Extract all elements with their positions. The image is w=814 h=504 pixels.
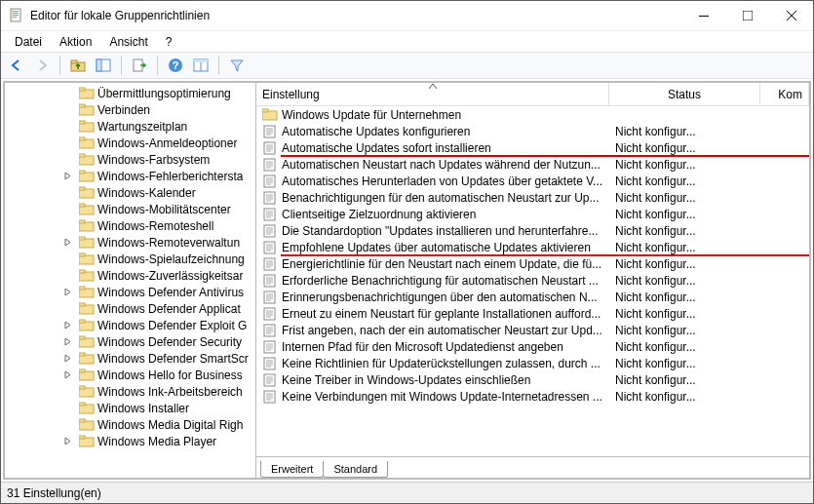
list-row[interactable]: Erinnerungsbenachrichtigungen über den a… [256, 289, 809, 305]
tree-item[interactable]: Windows-Remoteshell [5, 217, 255, 234]
svg-rect-5 [12, 10, 13, 20]
tree-item-label: Verbinden [97, 103, 150, 117]
expand-icon[interactable] [63, 172, 79, 180]
svg-rect-37 [79, 220, 85, 223]
tree-item[interactable]: Windows-Fehlerberichtersta [5, 168, 255, 184]
expand-icon[interactable] [63, 321, 79, 330]
col-comment[interactable]: Kom [760, 83, 809, 105]
list-row[interactable]: Automatische Updates konfigurierenNicht … [256, 123, 809, 139]
svg-rect-13 [97, 59, 101, 71]
up-button[interactable] [66, 54, 90, 77]
tree-item[interactable]: Windows Media Player [5, 433, 255, 449]
svg-rect-116 [264, 291, 275, 303]
view-tabs: Erweitert Standard [256, 456, 809, 478]
tree-item-label: Windows Installer [97, 402, 189, 415]
maximize-button[interactable] [725, 1, 769, 30]
folder-icon [79, 252, 95, 265]
tree-item[interactable]: Windows-Mobilitätscenter [5, 201, 255, 217]
expand-icon[interactable] [63, 337, 79, 346]
filter-button[interactable] [225, 54, 249, 77]
col-setting[interactable]: Einstellung [256, 83, 609, 105]
svg-rect-25 [79, 121, 85, 124]
list-row[interactable]: Erneut zu einem Neustart für geplante In… [256, 305, 809, 322]
list-row[interactable]: Empfohlene Updates über automatische Upd… [256, 239, 809, 255]
expand-icon[interactable] [63, 288, 79, 296]
expand-icon[interactable] [63, 437, 79, 446]
tree-item[interactable]: Windows Defender Applicat [5, 300, 255, 317]
help-button[interactable]: ? [164, 54, 187, 77]
menu-view[interactable]: Ansicht [101, 33, 155, 51]
tree-item[interactable]: Windows Defender SmartScr [5, 350, 255, 367]
tree-item[interactable]: Windows-Farbsystem [5, 151, 255, 168]
folder-icon [79, 418, 95, 431]
list-row[interactable]: Internen Pfad für den Microsoft Updatedi… [256, 338, 809, 355]
setting-name: Automatische Updates sofort installieren [282, 141, 491, 155]
expand-icon[interactable] [63, 354, 79, 363]
tree-item[interactable]: Windows-Kalender [5, 184, 255, 201]
tab-extended[interactable]: Erweitert [260, 461, 324, 478]
tree-item[interactable]: Windows-Remoteverwaltun [5, 234, 255, 251]
svg-rect-27 [79, 137, 85, 140]
minimize-button[interactable] [681, 1, 725, 30]
tree-item[interactable]: Windows Defender Antivirus [5, 284, 255, 300]
list-row[interactable]: Keine Richtlinien für Updaterückstellung… [256, 355, 809, 371]
list-row[interactable]: Clientseitige Zielzuordnung aktivierenNi… [256, 206, 809, 222]
svg-rect-57 [79, 386, 85, 389]
tree-item[interactable]: Windows-Zuverlässigkeitsar [5, 267, 255, 284]
tree-item[interactable]: Windows Media Digital Righ [5, 416, 255, 433]
col-status[interactable]: Status [609, 83, 760, 105]
tree-item-label: Windows-Remoteverwaltun [97, 236, 240, 250]
list-row[interactable]: Automatischen Neustart nach Updates währ… [256, 156, 809, 173]
menu-file[interactable]: Datei [7, 33, 50, 51]
expand-icon[interactable] [63, 370, 79, 379]
list-row[interactable]: Keine Treiber in Windows-Updates einschl… [256, 371, 809, 388]
menu-help[interactable]: ? [158, 33, 180, 51]
tree-item[interactable]: Windows Defender Exploit G [5, 317, 255, 333]
tree-item[interactable]: Windows Hello for Business [5, 367, 255, 383]
setting-status: Nicht konfigur... [609, 141, 760, 155]
tree-item[interactable]: Windows Ink-Arbeitsbereich [5, 383, 255, 400]
tree-item[interactable]: Übermittlungsoptimierung [5, 85, 255, 101]
setting-status: Nicht konfigur... [609, 291, 760, 304]
list-row[interactable]: Frist angeben, nach der ein automatische… [256, 322, 809, 338]
list-row[interactable]: Benachrichtigungen für den automatischen… [256, 189, 809, 206]
tab-standard[interactable]: Standard [323, 461, 388, 478]
folder-icon [79, 103, 95, 116]
setting-status: Nicht konfigur... [609, 357, 760, 370]
menu-action[interactable]: Aktion [52, 33, 99, 51]
tree-item[interactable]: Wartungszeitplan [5, 118, 255, 135]
svg-rect-29 [79, 154, 85, 157]
tree-item[interactable]: Windows-Spielaufzeichnung [5, 251, 255, 267]
tree-item[interactable]: Windows Defender Security [5, 333, 255, 350]
properties-button[interactable] [189, 54, 213, 77]
svg-rect-86 [264, 192, 275, 204]
show-hide-tree-button[interactable] [92, 54, 115, 77]
list-row[interactable]: Erforderliche Benachrichtigung für autom… [256, 272, 809, 289]
back-button[interactable] [5, 54, 28, 77]
export-button[interactable] [128, 54, 151, 77]
forward-button[interactable] [30, 54, 54, 77]
policy-icon [262, 241, 278, 254]
policy-icon [262, 174, 278, 188]
folder-icon [79, 302, 95, 315]
list-body[interactable]: Windows Update für UnternehmenAutomatisc… [256, 106, 809, 456]
tree-pane[interactable]: ÜbermittlungsoptimierungVerbindenWartung… [5, 83, 256, 478]
tree-item[interactable]: Windows-Anmeldeoptioner [5, 135, 255, 151]
svg-rect-136 [264, 358, 275, 369]
tree-item[interactable]: Windows Installer [5, 400, 255, 416]
folder-icon [79, 435, 95, 447]
svg-rect-11 [71, 60, 77, 63]
tree-item[interactable]: Verbinden [5, 101, 255, 118]
expand-icon[interactable] [63, 238, 79, 247]
folder-icon [79, 286, 95, 298]
list-row[interactable]: Windows Update für Unternehmen [256, 106, 809, 123]
folder-icon [79, 368, 95, 381]
policy-icon [262, 357, 278, 370]
list-row[interactable]: Energierichtlinie für den Neustart nach … [256, 255, 809, 272]
list-row[interactable]: Keine Verbindungen mit Windows Update-In… [256, 388, 809, 405]
list-row[interactable]: Automatisches Herunterladen von Updates … [256, 173, 809, 189]
setting-status: Nicht konfigur... [609, 241, 760, 254]
list-row[interactable]: Automatische Updates sofort installieren… [256, 139, 809, 156]
list-row[interactable]: Die Standardoption "Updates installieren… [256, 222, 809, 239]
close-button[interactable] [769, 1, 813, 30]
